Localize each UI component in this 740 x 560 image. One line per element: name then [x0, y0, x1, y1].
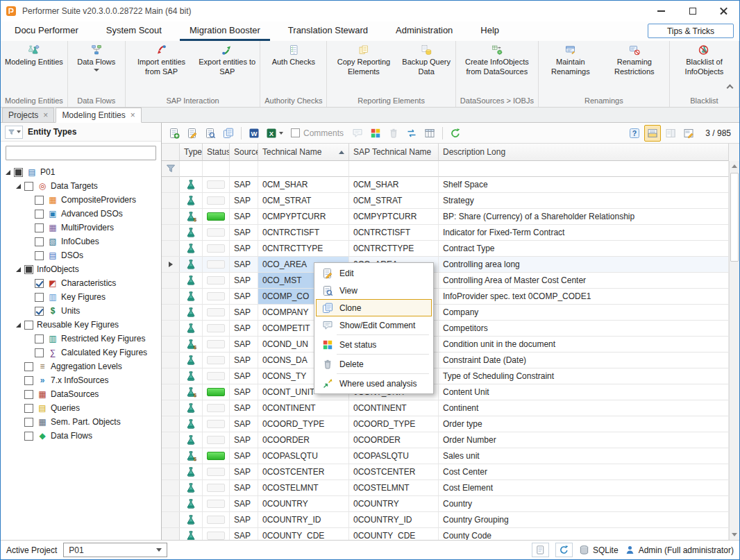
menu-item-system-scout[interactable]: System Scout	[96, 22, 171, 41]
technical-name-cell[interactable]: 0COSTCENTER	[258, 464, 349, 480]
technical-name-cell[interactable]: 0CONTINENT	[258, 400, 349, 416]
filter-cell[interactable]	[439, 161, 729, 177]
description-cell[interactable]: Order Number	[439, 432, 729, 448]
description-cell[interactable]: Continent	[439, 400, 729, 416]
ribbon-button-data-flows[interactable]: Data Flows	[69, 42, 124, 94]
tree-item-characteristics[interactable]: ◩Characteristics	[1, 276, 161, 290]
expander-icon[interactable]	[14, 184, 22, 189]
table-row[interactable]: SAP0CO_AREA0CO_AREAControlling area long	[162, 257, 729, 273]
context-menu-item-set-status[interactable]: Set status	[316, 336, 432, 353]
tree-item-units[interactable]: $Units	[1, 304, 161, 318]
checkbox-unchecked[interactable]	[24, 390, 33, 399]
description-cell[interactable]: Cost Center	[439, 464, 729, 480]
tree-item-multiproviders[interactable]: ▦MultiProviders	[1, 221, 161, 235]
table-row[interactable]: $SAP0COND_UN0COND_UNCondition unit in th…	[162, 337, 729, 353]
table-row[interactable]: SAP0CONS_DA0CONS_DAConstraint Date (Date…	[162, 353, 729, 368]
technical-name-cell[interactable]: 0COORD_TYPE	[258, 416, 349, 432]
table-row[interactable]: SAP0COMP_CO0COMP_COInfoProvider spec. te…	[162, 289, 729, 305]
transfer-status-button[interactable]	[403, 125, 420, 142]
table-row[interactable]: SAP0CNTRCTISFT0CNTRCTISFTIndicator for F…	[162, 225, 729, 241]
checkbox-unchecked[interactable]	[24, 362, 33, 371]
ribbon-button-import-entities-from-sap[interactable]: Import entities from SAP	[127, 42, 196, 94]
description-cell[interactable]: Controlling Area of Master Cost Center	[439, 273, 729, 288]
tab-projects[interactable]: Projects×	[2, 108, 54, 122]
column-header-sap-technical-name[interactable]: SAP Technical Name	[349, 144, 439, 161]
table-row[interactable]: SAP0COUNTRY_ID0COUNTRY_IDCountry Groupin…	[162, 512, 729, 528]
sap-technical-name-cell[interactable]: 0COORD_TYPE	[349, 416, 439, 432]
sap-technical-name-cell[interactable]: 0CMPYPTCURR	[349, 209, 439, 224]
ribbon-collapse-icon[interactable]	[728, 85, 732, 90]
refresh-button[interactable]	[447, 125, 464, 142]
close-button[interactable]	[708, 1, 739, 22]
clone-entity-button[interactable]	[220, 125, 237, 142]
description-cell[interactable]: Country Grouping	[439, 512, 729, 527]
tree-item-key-figures[interactable]: ▥Key Figures	[1, 290, 161, 304]
help-button[interactable]: ?	[626, 125, 643, 142]
description-cell[interactable]: Content Unit	[439, 384, 729, 400]
sap-technical-name-cell[interactable]: 0CM_SHAR	[349, 177, 439, 192]
context-menu-item-show-edit-comment[interactable]: Show/Edit Comment	[316, 316, 432, 334]
table-row[interactable]: SAP0CONTINENT0CONTINENTContinent	[162, 400, 729, 416]
sap-technical-name-cell[interactable]: 0COSTCENTER	[349, 464, 439, 480]
checkbox-unchecked[interactable]	[24, 404, 33, 413]
sap-technical-name-cell[interactable]: 0COORDER	[349, 432, 439, 448]
column-chooser-button[interactable]	[421, 125, 438, 142]
sap-technical-name-cell[interactable]: 0CNTRCTTYPE	[349, 241, 439, 256]
table-row[interactable]: SAP0COSTELMNT0COSTELMNTCost Element	[162, 480, 729, 496]
edit-layout-button[interactable]	[680, 125, 697, 142]
tree-item-compositeproviders[interactable]: ▦CompositeProviders	[1, 193, 161, 207]
description-cell[interactable]: BP: Share (Currency) of a Shareholder Re…	[439, 209, 729, 224]
checkbox-unchecked[interactable]	[35, 251, 44, 260]
sap-technical-name-cell[interactable]: 0COSTELMNT	[349, 480, 439, 495]
table-row[interactable]: $SAP0COPASLQTU0COPASLQTUSales unit	[162, 448, 729, 464]
technical-name-cell[interactable]: 0COPASLQTU	[258, 448, 349, 464]
checkbox-unchecked[interactable]	[24, 182, 33, 191]
sap-technical-name-cell[interactable]: 0CNTRCTISFT	[349, 225, 439, 240]
comment-button[interactable]	[349, 125, 366, 142]
active-project-combobox[interactable]: P01	[63, 543, 167, 557]
checkbox-unchecked[interactable]	[35, 223, 44, 232]
technical-name-cell[interactable]: 0CM_STRAT	[258, 193, 349, 208]
description-cell[interactable]: County Code	[439, 528, 729, 540]
description-cell[interactable]: Contract Type	[439, 241, 729, 256]
menu-item-migration-booster[interactable]: Migration Booster	[180, 22, 270, 41]
checkbox-unchecked[interactable]	[24, 376, 33, 385]
ribbon-button-renaming-restrictions[interactable]: Renaming Restrictions	[601, 42, 668, 94]
expander-icon[interactable]	[14, 267, 22, 272]
checkbox-unchecked[interactable]	[24, 418, 33, 427]
tree-item-data-targets[interactable]: ◎Data Targets	[1, 179, 161, 193]
sap-technical-name-cell[interactable]: 0COUNTRY	[349, 496, 439, 511]
scroll-down-icon[interactable]	[730, 529, 739, 540]
description-cell[interactable]: InfoProvider spec. text 0COMP_CODE1	[439, 289, 729, 304]
table-row[interactable]: SAP0COMPANY0COMPANYCompany	[162, 305, 729, 321]
table-row[interactable]: $SAP0CONT_UNIT0CONT_UNITContent Unit	[162, 384, 729, 400]
filter-cell[interactable]	[203, 161, 230, 177]
add-entity-button[interactable]	[166, 125, 183, 142]
delete-button[interactable]	[385, 125, 402, 142]
tree-item-p01[interactable]: ▤P01	[1, 165, 161, 179]
table-row[interactable]: SAP0COSTCENTER0COSTCENTERCost Center	[162, 464, 729, 480]
expander-icon[interactable]	[3, 170, 12, 175]
checkbox-checked[interactable]	[35, 307, 44, 316]
menu-item-translation-steward[interactable]: Translation Steward	[278, 22, 378, 41]
tree-item-dsos[interactable]: ▤DSOs	[1, 248, 161, 262]
sap-technical-name-cell[interactable]: 0COPASLQTU	[349, 448, 439, 464]
tree-item-data-flows[interactable]: ◆Data Flows	[1, 429, 161, 443]
checkbox-unchecked[interactable]	[35, 334, 44, 343]
tree-item-infoobjects[interactable]: InfoObjects	[1, 262, 161, 276]
table-row[interactable]: SAP0CNTRCTTYPE0CNTRCTTYPEContract Type	[162, 241, 729, 257]
technical-name-cell[interactable]: 0COUNTRY	[258, 496, 349, 511]
comments-checkbox[interactable]	[291, 128, 300, 137]
tree-item-7-x-infosources[interactable]: »7.x InfoSources	[1, 373, 161, 387]
search-input[interactable]	[6, 146, 156, 160]
context-menu-item-view[interactable]: View	[316, 282, 432, 299]
description-cell[interactable]: Type of Scheduling Constraint	[439, 368, 729, 384]
context-menu-item-where-used-analysis[interactable]: Where used analysis	[316, 375, 432, 392]
checkbox-checked[interactable]	[35, 279, 44, 288]
filter-cell[interactable]	[180, 161, 203, 177]
entity-types-filter-button[interactable]	[5, 126, 23, 139]
table-row[interactable]: SAP0CO_MST0CO_MSTControlling Area of Mas…	[162, 273, 729, 289]
checkbox-partial[interactable]	[14, 168, 23, 177]
tree-item-infocubes[interactable]: ▧InfoCubes	[1, 235, 161, 248]
tree-item-queries[interactable]: ▤Queries	[1, 401, 161, 415]
